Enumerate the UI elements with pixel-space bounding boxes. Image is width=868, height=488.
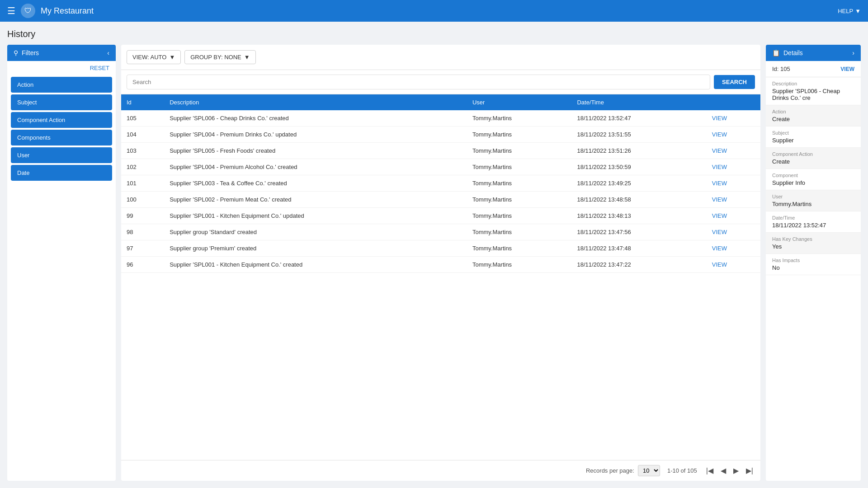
page-range: 1-10 of 105 (667, 467, 697, 474)
detail-value: Supplier Info (772, 179, 854, 186)
cell-user: Tommy.Martins (467, 208, 571, 224)
cell-description: Supplier 'SPL004 - Premium Drinks Co.' u… (164, 127, 467, 143)
first-page-button[interactable]: |◀ (704, 465, 715, 476)
detail-label: Component (772, 173, 854, 178)
cell-description: Supplier 'SPL005 - Fresh Foods' created (164, 143, 467, 159)
group-by-chevron-icon: ▼ (244, 54, 250, 61)
sidebar-item-action[interactable]: Action (11, 77, 112, 93)
hamburger-icon[interactable]: ☰ (7, 5, 15, 16)
row-view-button[interactable]: VIEW (712, 131, 727, 138)
cell-id: 105 (121, 110, 164, 127)
cell-action: VIEW (707, 224, 760, 240)
details-expand-icon[interactable]: › (852, 49, 854, 56)
shield-icon: 🛡 (24, 7, 32, 15)
detail-field-has-impacts: Has Impacts No (766, 254, 861, 275)
search-button[interactable]: SEARCH (714, 75, 755, 89)
history-table: Id Description User Date/Time 105 Suppli… (121, 94, 760, 273)
row-view-button[interactable]: VIEW (712, 229, 727, 235)
reset-button[interactable]: RESET (90, 65, 109, 71)
cell-user: Tommy.Martins (467, 257, 571, 273)
row-view-button[interactable]: VIEW (712, 196, 727, 203)
cell-action: VIEW (707, 257, 760, 273)
details-fields: Description Supplier 'SPL006 - Cheap Dri… (766, 77, 861, 275)
detail-field-has-key-changes: Has Key Changes Yes (766, 233, 861, 254)
sidebar-reset-area: RESET (7, 61, 116, 75)
col-id: Id (121, 94, 164, 110)
row-view-button[interactable]: VIEW (712, 115, 727, 122)
cell-id: 100 (121, 192, 164, 208)
detail-value: Tommy.Martins (772, 201, 854, 207)
detail-value: Supplier 'SPL006 - Cheap Drinks Co.' cre (772, 88, 854, 101)
cell-user: Tommy.Martins (467, 143, 571, 159)
detail-value: 18/11/2022 13:52:47 (772, 222, 854, 229)
cell-id: 99 (121, 208, 164, 224)
col-action (707, 94, 760, 110)
row-view-button[interactable]: VIEW (712, 212, 727, 219)
details-header: 📋 Details › (766, 45, 861, 61)
app-title: My Restaurant (41, 6, 94, 16)
table-row: 102 Supplier 'SPL004 - Premium Alcohol C… (121, 159, 760, 175)
row-view-button[interactable]: VIEW (712, 147, 727, 154)
sidebar-collapse-icon[interactable]: ‹ (107, 49, 109, 56)
sidebar-item-date[interactable]: Date (11, 165, 112, 181)
row-view-button[interactable]: VIEW (712, 164, 727, 170)
col-description: Description (164, 94, 467, 110)
sidebar-filters: ActionSubjectComponent ActionComponentsU… (7, 75, 116, 183)
view-dropdown-button[interactable]: VIEW: AUTO ▼ (127, 50, 181, 64)
table-row: 103 Supplier 'SPL005 - Fresh Foods' crea… (121, 143, 760, 159)
table-row: 99 Supplier 'SPL001 - Kitchen Equipment … (121, 208, 760, 224)
sidebar-item-user[interactable]: User (11, 147, 112, 163)
next-page-button[interactable]: ▶ (731, 465, 741, 476)
records-per-page-label: Records per page: (586, 467, 634, 474)
search-input[interactable] (127, 75, 710, 89)
help-button[interactable]: HELP ▼ (838, 8, 861, 14)
sidebar: ⚲ Filters ‹ RESET ActionSubjectComponent… (7, 45, 116, 481)
app-icon: 🛡 (21, 4, 35, 18)
table-row: 101 Supplier 'SPL003 - Tea & Coffee Co.'… (121, 175, 760, 192)
detail-field-user: User Tommy.Martins (766, 190, 861, 211)
cell-action: VIEW (707, 159, 760, 175)
cell-description: Supplier group 'Standard' created (164, 224, 467, 240)
row-view-button[interactable]: VIEW (712, 261, 727, 268)
cell-description: Supplier 'SPL001 - Kitchen Equipment Co.… (164, 208, 467, 224)
sidebar-item-subject[interactable]: Subject (11, 94, 112, 110)
cell-description: Supplier 'SPL006 - Cheap Drinks Co.' cre… (164, 110, 467, 127)
table-header-row: Id Description User Date/Time (121, 94, 760, 110)
detail-field-component: Component Supplier Info (766, 169, 861, 190)
cell-action: VIEW (707, 110, 760, 127)
detail-value: Create (772, 116, 854, 122)
content-toolbar: VIEW: AUTO ▼ GROUP BY: NONE ▼ (121, 45, 760, 70)
records-per-page-select[interactable]: 10 25 50 (638, 465, 660, 476)
detail-field-description: Description Supplier 'SPL006 - Cheap Dri… (766, 77, 861, 105)
detail-field-action: Action Create (766, 105, 861, 127)
details-body: Id: 105 VIEW Description Supplier 'SPL00… (766, 61, 861, 481)
view-label: VIEW: AUTO (132, 54, 166, 61)
row-view-button[interactable]: VIEW (712, 245, 727, 252)
filters-label: Filters (22, 49, 39, 56)
group-by-dropdown-button[interactable]: GROUP BY: NONE ▼ (184, 50, 255, 64)
cell-datetime: 18/11/2022 13:47:56 (571, 224, 706, 240)
cell-user: Tommy.Martins (467, 127, 571, 143)
search-bar: SEARCH (121, 70, 760, 94)
cell-description: Supplier group 'Premium' created (164, 240, 467, 257)
detail-field-subject: Subject Supplier (766, 127, 861, 148)
details-id: Id: 105 (772, 66, 790, 72)
details-view-button[interactable]: VIEW (840, 66, 854, 72)
cell-id: 101 (121, 175, 164, 192)
cell-action: VIEW (707, 240, 760, 257)
prev-page-button[interactable]: ◀ (719, 465, 728, 476)
details-id-row: Id: 105 VIEW (766, 61, 861, 77)
col-datetime: Date/Time (571, 94, 706, 110)
cell-id: 97 (121, 240, 164, 257)
col-user: User (467, 94, 571, 110)
sidebar-item-components[interactable]: Components (11, 130, 112, 145)
row-view-button[interactable]: VIEW (712, 180, 727, 187)
cell-action: VIEW (707, 208, 760, 224)
cell-user: Tommy.Martins (467, 110, 571, 127)
top-nav: ☰ 🛡 My Restaurant HELP ▼ (0, 0, 868, 22)
last-page-button[interactable]: ▶| (744, 465, 755, 476)
sidebar-item-component-action[interactable]: Component Action (11, 112, 112, 128)
cell-description: Supplier 'SPL003 - Tea & Coffee Co.' cre… (164, 175, 467, 192)
detail-value: No (772, 264, 854, 271)
detail-label: User (772, 194, 854, 199)
